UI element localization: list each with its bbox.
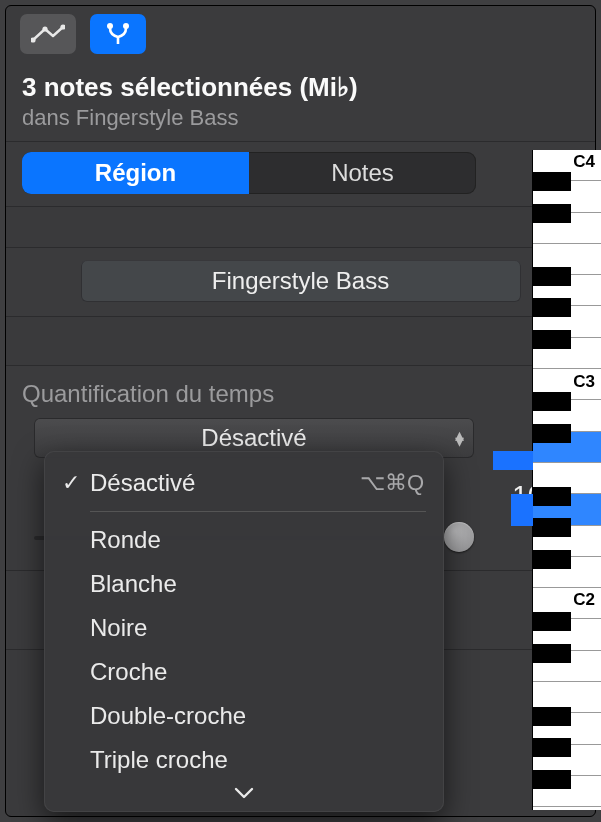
region-name-field[interactable]: Fingerstyle Bass	[81, 260, 521, 302]
note-strip	[511, 494, 533, 526]
piano-black-key[interactable]	[533, 392, 571, 411]
quantize-popup-value: Désactivé	[201, 424, 306, 452]
piano-black-key[interactable]	[533, 172, 571, 191]
checkmark-icon: ✓	[62, 470, 90, 496]
quantize-option-eighth[interactable]: Croche	[44, 650, 444, 694]
piano-black-key[interactable]	[533, 298, 571, 317]
piano-black-key[interactable]	[533, 204, 571, 223]
menu-separator	[90, 511, 426, 512]
quantize-option-half[interactable]: Blanche	[44, 562, 444, 606]
quantize-option-quarter[interactable]: Noire	[44, 606, 444, 650]
menu-more-button[interactable]	[44, 782, 444, 806]
slider-knob[interactable]	[444, 522, 474, 552]
quantize-option-off[interactable]: ✓ Désactivé ⌥⌘Q	[44, 461, 444, 505]
tabs-segmented: Région Notes	[22, 152, 476, 194]
piano-black-key[interactable]	[533, 770, 571, 789]
piano-black-key[interactable]	[533, 738, 571, 757]
note-strip	[493, 451, 533, 470]
chevron-down-icon	[233, 786, 255, 800]
piano-black-key[interactable]	[533, 330, 571, 349]
automation-curve-icon	[31, 24, 65, 44]
piano-ruler[interactable]	[533, 150, 601, 810]
piano-black-key[interactable]	[533, 612, 571, 631]
piano-black-key[interactable]	[533, 518, 571, 537]
piano-black-key[interactable]	[533, 707, 571, 726]
quantize-option-thirtysecond[interactable]: Triple croche	[44, 738, 444, 782]
selection-title: 3 notes sélectionnées (Mi♭)	[22, 72, 579, 103]
octave-label-c4: C4	[573, 152, 595, 172]
tab-region[interactable]: Région	[22, 152, 249, 194]
piano-black-key[interactable]	[533, 424, 571, 443]
quantize-menu: ✓ Désactivé ⌥⌘Q Ronde Blanche Noire Croc…	[44, 451, 444, 812]
menu-shortcut: ⌥⌘Q	[360, 470, 424, 496]
octave-label-c3: C3	[573, 372, 595, 392]
piano-black-key[interactable]	[533, 550, 571, 569]
octave-label-c2: C2	[573, 590, 595, 610]
quantize-option-whole[interactable]: Ronde	[44, 518, 444, 562]
chevron-updown-icon: ▴▾	[455, 430, 464, 446]
piano-black-key[interactable]	[533, 644, 571, 663]
tab-notes[interactable]: Notes	[249, 152, 476, 194]
midi-merge-button[interactable]	[90, 14, 146, 54]
quantize-label: Quantification du temps	[22, 380, 579, 408]
automation-toggle-button[interactable]	[20, 14, 76, 54]
piano-black-key[interactable]	[533, 267, 571, 286]
selection-subtitle: dans Fingerstyle Bass	[22, 105, 579, 131]
midi-merge-icon	[103, 22, 133, 46]
svg-point-1	[42, 26, 47, 31]
quantize-option-sixteenth[interactable]: Double-croche	[44, 694, 444, 738]
piano-black-key[interactable]	[533, 487, 571, 506]
